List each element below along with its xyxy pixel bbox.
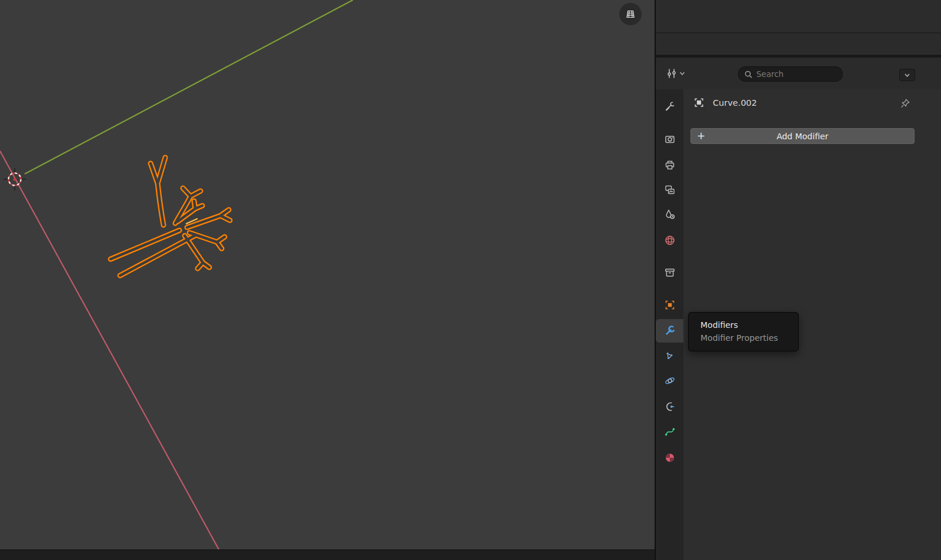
outliner-row[interactable]	[656, 0, 941, 33]
tab-modifiers[interactable]	[656, 319, 683, 343]
plus-icon: +	[697, 130, 705, 142]
tab-tool[interactable]	[656, 95, 683, 118]
tab-particles[interactable]	[656, 344, 683, 368]
tab-object[interactable]	[656, 293, 683, 317]
search-icon	[744, 70, 753, 79]
grid-sphere-icon	[624, 8, 637, 21]
render-icon	[664, 133, 676, 145]
curve-object[interactable]	[111, 157, 230, 276]
tab-physics[interactable]	[656, 369, 683, 393]
tab-collection[interactable]	[656, 261, 683, 284]
tab-constraints[interactable]	[656, 395, 683, 418]
tab-output[interactable]	[656, 153, 683, 177]
tool-icon	[664, 100, 676, 112]
scene-icon	[664, 209, 676, 220]
blender-window: Curve.002 + Add Modifier Modifiers	[0, 0, 941, 560]
object-brackets-icon	[693, 97, 705, 108]
physics-icon	[664, 375, 676, 387]
tooltip: Modifiers Modifier Properties	[688, 312, 799, 351]
wrench-icon	[664, 325, 676, 337]
pin-icon[interactable]	[900, 98, 910, 108]
tab-render[interactable]	[656, 128, 683, 151]
outliner-filter-row[interactable]	[656, 33, 941, 53]
grid-gizmo-button[interactable]	[619, 3, 642, 25]
add-modifier-label: Add Modifier	[776, 132, 828, 141]
object-icon	[664, 299, 676, 311]
right-panel: Curve.002 + Add Modifier Modifiers	[655, 0, 941, 560]
breadcrumb-object-name: Curve.002	[713, 98, 757, 108]
output-icon	[664, 159, 676, 171]
curve-data-icon	[664, 426, 676, 438]
add-modifier-button[interactable]: + Add Modifier	[690, 128, 915, 144]
x-axis-line	[0, 151, 219, 549]
tooltip-subtitle: Modifier Properties	[700, 333, 798, 343]
header-dropdown-button[interactable]	[899, 69, 915, 81]
particles-icon	[664, 350, 676, 362]
chevron-down-icon	[679, 71, 685, 76]
search-input[interactable]	[738, 66, 843, 82]
constraint-icon	[664, 401, 676, 413]
viewport-scene[interactable]	[0, 0, 655, 560]
search-field[interactable]	[756, 69, 833, 79]
tab-object-data[interactable]	[656, 420, 683, 444]
editor-type-button[interactable]	[664, 66, 687, 81]
breadcrumb: Curve.002	[693, 97, 757, 108]
properties-content: Curve.002 + Add Modifier Modifiers	[683, 89, 941, 560]
y-axis-line	[25, 0, 353, 174]
tab-scene[interactable]	[656, 203, 683, 226]
view-layer-icon	[664, 184, 676, 196]
viewport-3d[interactable]	[0, 0, 655, 560]
3d-cursor-icon	[4, 168, 26, 190]
tab-view-layer[interactable]	[656, 178, 683, 202]
properties-tab-rail	[656, 89, 683, 560]
material-icon	[664, 452, 676, 464]
outliner-panel[interactable]	[656, 0, 941, 55]
chevron-down-icon	[904, 73, 910, 78]
collection-icon	[664, 267, 676, 279]
tooltip-title: Modifiers	[700, 320, 798, 330]
tab-world[interactable]	[656, 229, 683, 252]
world-icon	[664, 234, 676, 246]
properties-header	[656, 58, 941, 89]
timeline-edge	[0, 549, 655, 560]
properties-editor-icon	[666, 68, 678, 79]
tab-material[interactable]	[656, 446, 683, 470]
